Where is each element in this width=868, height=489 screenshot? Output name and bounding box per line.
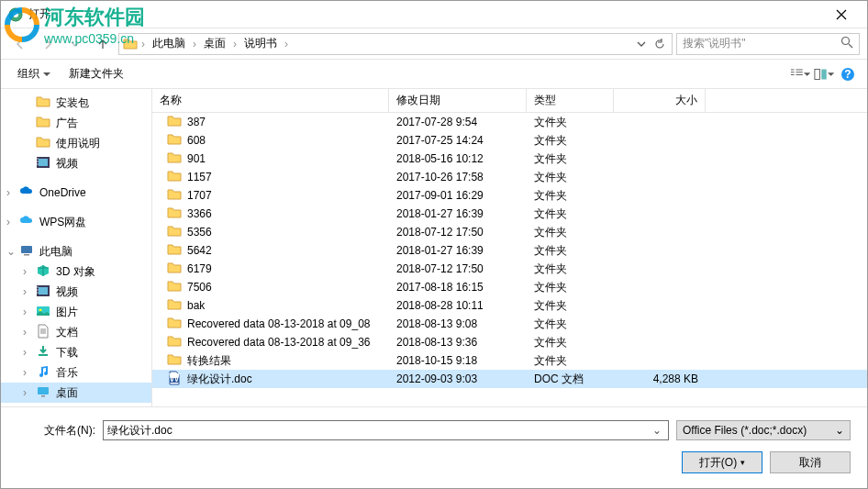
downloads-icon (36, 344, 50, 361)
folder-icon (167, 261, 182, 278)
col-name[interactable]: 名称 (152, 89, 389, 112)
filename-input[interactable]: 绿化设计.doc ⌄ (103, 420, 669, 440)
file-type: 文件夹 (527, 317, 614, 332)
forward-button[interactable] (36, 32, 60, 56)
folder-icon (167, 242, 182, 260)
col-type[interactable]: 类型 (527, 89, 614, 112)
file-date: 2018-05-16 10:12 (389, 152, 527, 165)
column-headers: 名称 修改日期 类型 大小 (152, 89, 867, 113)
open-button[interactable]: 打开(O)▾ (682, 451, 762, 473)
file-name: 1707 (187, 189, 212, 202)
svg-rect-9 (815, 69, 820, 79)
breadcrumb-item[interactable]: 说明书 (240, 36, 281, 51)
folder-icon (167, 334, 182, 351)
file-date: 2017-08-18 16:15 (389, 281, 527, 294)
file-row[interactable]: 53562018-07-12 17:50文件夹 (152, 223, 867, 241)
tree-item[interactable]: 使用说明 (1, 133, 151, 153)
tree-item[interactable]: 视频 (1, 153, 151, 173)
file-type: 文件夹 (527, 353, 614, 369)
file-type: 文件夹 (527, 280, 614, 295)
tree-item[interactable]: ›图片 (1, 302, 151, 322)
breadcrumb-sep: › (141, 38, 145, 50)
file-row[interactable]: bak2018-08-28 10:11文件夹 (152, 296, 867, 315)
tree-item-label: 此电脑 (39, 244, 72, 260)
file-row[interactable]: 75062017-08-18 16:15文件夹 (152, 278, 867, 296)
address-bar[interactable]: › 此电脑 › 桌面 › 说明书 › (118, 33, 673, 55)
dropdown-icon: ⌄ (835, 424, 844, 437)
expand-icon[interactable]: › (23, 306, 32, 318)
file-name: 5642 (187, 244, 212, 257)
file-row[interactable]: 转换结果2018-10-15 9:18文件夹 (152, 351, 867, 370)
folder-icon (167, 114, 182, 131)
file-list[interactable]: 名称 修改日期 类型 大小 3872017-07-28 9:54文件夹60820… (152, 89, 867, 406)
tree-item[interactable]: ›3D 对象 (1, 261, 151, 282)
file-row[interactable]: 6082017-07-25 14:24文件夹 (152, 131, 867, 150)
file-name: Recovered data 08-13-2018 at 09_08 (187, 317, 370, 330)
tree-item[interactable]: ›文档 (1, 322, 151, 342)
tree-item[interactable]: ›音乐 (1, 362, 151, 383)
refresh-button[interactable] (651, 35, 668, 53)
expand-icon[interactable]: › (6, 216, 16, 228)
expand-icon[interactable]: › (23, 265, 32, 278)
file-row[interactable]: 56422018-01-27 16:39文件夹 (152, 241, 867, 260)
expand-icon[interactable]: › (6, 186, 16, 199)
newfolder-button[interactable]: 新建文件夹 (61, 62, 131, 85)
tree-item[interactable]: ›视频 (1, 282, 151, 302)
file-name: 5356 (187, 226, 212, 239)
expand-icon[interactable]: › (23, 386, 32, 399)
tree-item[interactable]: ⌄此电脑 (1, 241, 151, 261)
tree-item[interactable]: ›WPS网盘 (1, 212, 151, 232)
dropdown-icon[interactable]: ⌄ (650, 424, 664, 437)
close-button[interactable] (823, 1, 860, 28)
tree-item[interactable]: 安装包 (1, 93, 151, 113)
filetype-filter[interactable]: Office Files (*.doc;*.docx) ⌄ (676, 420, 851, 440)
tree-item-label: 3D 对象 (56, 264, 95, 280)
onedrive-icon (19, 184, 34, 202)
window-title: 打开 (28, 6, 50, 22)
recent-button[interactable] (63, 32, 87, 56)
file-row[interactable]: 33662018-01-27 16:39文件夹 (152, 205, 867, 223)
help-button[interactable]: ? (838, 64, 858, 84)
expand-icon[interactable]: › (23, 366, 32, 379)
expand-icon[interactable]: › (23, 346, 32, 359)
expand-icon[interactable]: › (23, 326, 32, 339)
tree-item[interactable]: ›下载 (1, 342, 151, 362)
file-row[interactable]: 11572017-10-26 17:58文件夹 (152, 168, 867, 186)
back-button[interactable] (8, 32, 32, 56)
toolbar: 组织 新建文件夹 ? (1, 60, 867, 89)
file-row[interactable]: 9012018-05-16 10:12文件夹 (152, 150, 867, 168)
breadcrumb-item[interactable]: 此电脑 (149, 36, 189, 51)
tree-item[interactable]: ›桌面 (1, 383, 151, 403)
col-date[interactable]: 修改日期 (389, 89, 527, 112)
file-row[interactable]: Recovered data 08-13-2018 at 09_082018-0… (152, 315, 867, 333)
file-type: DOC 文档 (527, 372, 614, 387)
file-type: 文件夹 (527, 133, 614, 149)
col-size[interactable]: 大小 (614, 89, 706, 112)
search-icon (840, 36, 853, 51)
file-row[interactable]: Recovered data 08-13-2018 at 09_362018-0… (152, 333, 867, 351)
up-button[interactable] (91, 32, 115, 56)
organize-button[interactable]: 组织 (10, 62, 58, 85)
search-placeholder: 搜索"说明书" (683, 36, 746, 51)
expand-icon[interactable]: ⌄ (6, 245, 16, 258)
file-date: 2018-07-12 17:50 (389, 226, 527, 239)
nav-tree[interactable]: 安装包广告使用说明视频›OneDrive›WPS网盘⌄此电脑›3D 对象›视频›… (1, 89, 152, 406)
file-row[interactable]: 3872017-07-28 9:54文件夹 (152, 113, 867, 131)
file-row[interactable]: W绿化设计.doc2012-09-03 9:03DOC 文档4,288 KB (152, 370, 867, 388)
folder-icon (167, 187, 182, 205)
preview-button[interactable] (814, 64, 834, 84)
cancel-button[interactable]: 取消 (770, 451, 851, 473)
tree-item[interactable]: ›OneDrive (1, 183, 151, 203)
file-row[interactable]: 61792018-07-12 17:50文件夹 (152, 260, 867, 278)
addr-dropdown[interactable] (633, 35, 650, 53)
file-name: bak (187, 299, 205, 312)
file-row[interactable]: 17072017-09-01 16:29文件夹 (152, 186, 867, 205)
expand-icon[interactable]: › (23, 285, 32, 298)
folder-icon (167, 224, 182, 241)
tree-item[interactable]: 广告 (1, 113, 151, 133)
breadcrumb-item[interactable]: 桌面 (200, 36, 229, 51)
music-icon (36, 364, 50, 382)
search-input[interactable]: 搜索"说明书" (676, 33, 860, 55)
file-date: 2018-08-13 9:08 (389, 317, 527, 330)
view-button[interactable] (790, 64, 810, 84)
